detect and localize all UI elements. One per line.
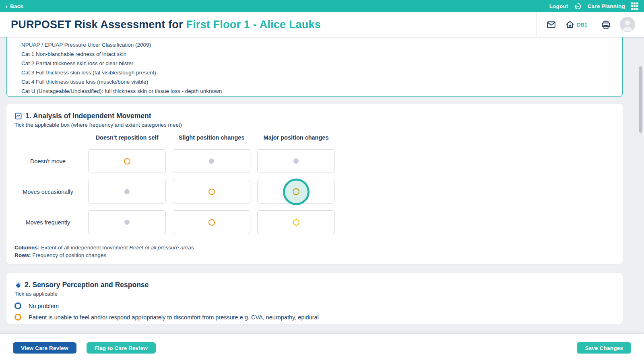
- matrix-footnote: Columns: Extent of all independent movem…: [14, 244, 615, 259]
- sensory-option-label: Patient is unable to feel and/or respond…: [29, 314, 319, 321]
- classification-line: Cat 3 Full thickness skin loss (fat visi…: [21, 68, 614, 77]
- matrix-column-header: Slight position changes: [173, 134, 250, 142]
- flag-to-care-review-button[interactable]: Flag to Care Review: [87, 342, 156, 354]
- radio-ring-orange: [208, 189, 215, 195]
- radio-ring-orange: [124, 158, 130, 165]
- matrix-cell[interactable]: [88, 180, 166, 204]
- pressure-ulcer-classification-box: NPUAP / EPUAP Pressure Ulcer Classificat…: [6, 37, 623, 97]
- radio-ring-orange[interactable]: [14, 314, 21, 321]
- home-database-button[interactable]: DB1: [565, 20, 587, 29]
- sensory-option[interactable]: No problem: [14, 302, 615, 309]
- matrix-row-label: Moves occasionally: [14, 189, 81, 195]
- database-badge: DB1: [577, 22, 587, 28]
- print-icon[interactable]: [601, 20, 611, 30]
- sensory-options: No problemPatient is unable to feel and/…: [14, 302, 615, 321]
- radio-dot-disabled: [293, 158, 299, 164]
- section2-title: 2. Sensory Perception and Response: [25, 281, 149, 289]
- matrix-cell[interactable]: [257, 149, 335, 173]
- radio-dot-disabled: [124, 220, 130, 225]
- back-button[interactable]: Back: [10, 3, 23, 9]
- scroll-content: NPUAP / EPUAP Pressure Ulcer Classificat…: [0, 37, 644, 334]
- sensory-option-label: No problem: [29, 303, 59, 309]
- scrollbar-thumb[interactable]: [639, 66, 642, 133]
- header-icons: DB1: [536, 12, 644, 37]
- care-planning-link[interactable]: Care Planning: [588, 3, 625, 9]
- classification-line: Cat 2 Partial thickness skin loss or cle…: [21, 59, 614, 68]
- selected-radio-highlight: [283, 179, 310, 205]
- chart-line-icon: [14, 112, 22, 120]
- logout-icon[interactable]: [574, 2, 582, 10]
- mail-icon[interactable]: [546, 20, 556, 30]
- sensory-option[interactable]: Patient is unable to feel and/or respond…: [14, 314, 615, 321]
- radio-ring-blue[interactable]: [14, 302, 21, 309]
- section2-title-row: 2. Sensory Perception and Response: [14, 281, 615, 289]
- user-avatar[interactable]: [620, 17, 635, 32]
- radio-ring-selected: [293, 188, 299, 195]
- classification-line: Cat 1 Non-blanchable redness of intact s…: [21, 49, 614, 59]
- matrix-row-label: Moves frequently: [14, 219, 81, 226]
- radio-dot-disabled: [124, 189, 130, 194]
- classification-line: NPUAP / EPUAP Pressure Ulcer Classificat…: [21, 40, 614, 49]
- radio-ring-yellow: [293, 219, 299, 226]
- matrix-cell[interactable]: [173, 180, 250, 204]
- section1-title-row: 1. Analysis of Independent Movement: [14, 112, 615, 120]
- radio-dot-disabled: [209, 158, 214, 164]
- radio-ring-orange: [208, 219, 215, 226]
- section-sensory-perception: 2. Sensory Perception and Response Tick …: [6, 273, 623, 324]
- classification-line: Cat U (Unstageable/Unclassified): full t…: [21, 86, 614, 96]
- patient-name: First Floor 1 - Alice Lauks: [186, 19, 320, 31]
- action-footer: View Care Review Flag to Care Review Sav…: [0, 334, 644, 362]
- app-bar: ‹ Back Logout Care Planning: [0, 0, 644, 12]
- section1-subtitle: Tick the applicable box (where frequency…: [14, 122, 615, 128]
- matrix-column-header: Major position changes: [257, 134, 335, 142]
- page-title: PURPOSET Risk Assessment for First Floor…: [11, 19, 321, 31]
- matrix-cell[interactable]: [173, 149, 250, 173]
- matrix-cell[interactable]: [257, 210, 335, 234]
- save-changes-button[interactable]: Save Changes: [577, 342, 631, 354]
- logout-button[interactable]: Logout: [549, 3, 568, 9]
- movement-matrix: Doesn't reposition selfSlight position c…: [14, 134, 615, 234]
- section-analysis-of-independent-movement: 1. Analysis of Independent Movement Tick…: [6, 104, 623, 264]
- home-icon: [565, 20, 575, 29]
- matrix-column-header: Doesn't reposition self: [88, 134, 166, 142]
- matrix-row-label: Doesn't move: [14, 158, 81, 165]
- matrix-cell[interactable]: [88, 149, 166, 173]
- matrix-cell[interactable]: [88, 210, 166, 234]
- section2-subtitle: Tick as applicable: [14, 291, 615, 297]
- matrix-cell[interactable]: [173, 210, 250, 234]
- matrix-cell[interactable]: [257, 180, 335, 204]
- back-chevron-icon: ‹: [6, 3, 8, 10]
- hand-icon: [14, 282, 21, 288]
- classification-line: Cat 4 Full thickness tissue loss (muscle…: [21, 77, 614, 86]
- view-care-review-button[interactable]: View Care Review: [13, 342, 76, 354]
- section1-title: 1. Analysis of Independent Movement: [25, 112, 151, 120]
- apps-grid-icon[interactable]: [631, 2, 638, 10]
- page-header: PURPOSET Risk Assessment for First Floor…: [0, 12, 644, 37]
